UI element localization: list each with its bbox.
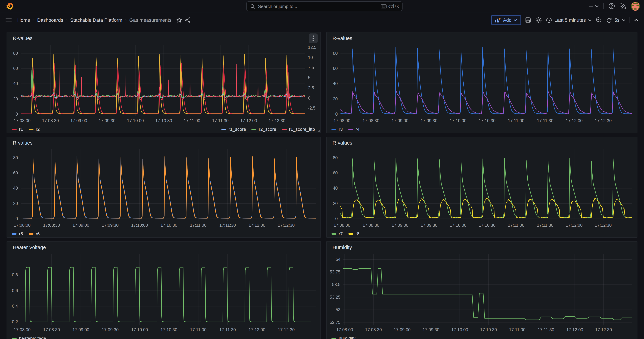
- x-axis-tick-label: 17:11:30: [538, 327, 554, 332]
- clock-icon: [546, 17, 552, 23]
- x-axis-tick-label: 17:08:00: [334, 118, 350, 123]
- legend-swatch: [12, 338, 16, 339]
- chart-r-values-3[interactable]: 02040608017:08:0017:08:3017:09:0017:09:3…: [7, 149, 320, 229]
- y-axis-tick-label: 53.75: [330, 270, 340, 274]
- legend-item-r1_score_lttb[interactable]: r1_score_lttb: [282, 127, 315, 132]
- legend-item-r6[interactable]: r6: [28, 231, 40, 236]
- y-axis-tick-label: 20: [333, 201, 338, 206]
- legend-swatch: [332, 128, 336, 130]
- x-axis-tick-label: 17:12:00: [240, 118, 257, 123]
- y-axis-tick-label: 0: [16, 112, 18, 116]
- refresh-picker[interactable]: 5s: [606, 17, 625, 23]
- legend-item-r1_score[interactable]: r1_score: [221, 127, 246, 132]
- top-nav-actions: [589, 2, 640, 10]
- legend-group: r1r2: [12, 127, 40, 132]
- breadcrumb-folder[interactable]: Stackable Data Platform: [70, 17, 122, 23]
- favorite-star-icon[interactable]: [176, 17, 182, 23]
- share-icon[interactable]: [185, 17, 191, 23]
- panel-title[interactable]: Heater Voltage: [13, 245, 46, 250]
- add-button[interactable]: Add: [491, 15, 521, 25]
- grafana-logo-icon[interactable]: [4, 2, 16, 10]
- x-axis-tick-label: 17:10:30: [155, 118, 172, 123]
- user-avatar[interactable]: [631, 2, 640, 10]
- series-line-heatervoltage: [25, 267, 310, 322]
- breadcrumb-home[interactable]: Home: [17, 17, 30, 23]
- toolbar-divider: [630, 17, 630, 23]
- zoom-out-time-icon[interactable]: [596, 17, 602, 23]
- panel-title[interactable]: R-values: [13, 36, 32, 41]
- legend-swatch: [12, 233, 16, 234]
- legend-item-r3[interactable]: r3: [332, 127, 343, 132]
- x-axis-tick-label: 17:09:30: [421, 118, 438, 123]
- x-axis-tick-label: 17:10:30: [160, 327, 177, 332]
- panel-title[interactable]: R-values: [332, 36, 352, 41]
- chart-r-values-1[interactable]: 020406080-2.502.557.51012.517:08:0017:08…: [7, 44, 320, 124]
- legend-swatch: [332, 233, 336, 234]
- legend-item-r4[interactable]: r4: [348, 127, 360, 132]
- y-axis-tick-label: 40: [13, 186, 18, 190]
- x-axis-tick-label: 17:10:30: [479, 118, 496, 123]
- chart-r-values-2[interactable]: 02040608017:08:0017:08:3017:09:0017:09:3…: [327, 44, 637, 124]
- legend-group: humidity: [332, 336, 356, 339]
- panel-resize-handle[interactable]: [317, 130, 320, 132]
- mega-menu-toggle[interactable]: [6, 18, 12, 22]
- panel-legend: r5r6: [7, 230, 320, 238]
- legend-label: r5: [19, 231, 23, 236]
- x-axis-tick-label: 17:10:00: [451, 327, 468, 332]
- legend-label: r1: [19, 127, 23, 132]
- legend-label: r2: [36, 127, 40, 132]
- x-axis-tick-label: 17:08:30: [362, 118, 379, 123]
- x-axis-tick-label: 17:09:30: [99, 118, 116, 123]
- nav-divider: [603, 3, 604, 9]
- y-axis-tick-label: 60: [13, 66, 18, 71]
- save-dashboard-icon[interactable]: [525, 17, 531, 23]
- x-axis-tick-label: 17:12:30: [595, 118, 612, 123]
- legend-item-r7[interactable]: r7: [332, 231, 343, 236]
- legend-group: r1_scorer2_scorer1_score_lttb: [221, 127, 315, 132]
- legend-item-r2_score[interactable]: r2_score: [252, 127, 276, 132]
- breadcrumb: Home › Dashboards › Stackable Data Platf…: [17, 17, 172, 23]
- legend-item-heatervoltage[interactable]: heatervoltage: [12, 336, 46, 339]
- x-axis-tick-label: 17:09:00: [72, 327, 89, 332]
- legend-item-r5[interactable]: r5: [12, 231, 23, 236]
- breadcrumb-dashboards[interactable]: Dashboards: [37, 17, 63, 23]
- panel-title[interactable]: Humidity: [332, 245, 352, 250]
- collapse-toolbar-icon[interactable]: [634, 18, 638, 22]
- panel-title[interactable]: R-values: [332, 140, 352, 146]
- panel-header: R-values: [7, 32, 320, 44]
- chart-r-values-4[interactable]: 02040608017:08:0017:08:3017:09:0017:09:3…: [327, 149, 637, 229]
- series-line-r4: [339, 91, 634, 114]
- help-icon[interactable]: [608, 3, 615, 9]
- panel-title[interactable]: R-values: [13, 140, 32, 146]
- legend-item-r2[interactable]: r2: [28, 127, 40, 132]
- search-input[interactable]: Search or jump to... ctrl+k: [246, 2, 402, 11]
- news-rss-icon[interactable]: [620, 3, 626, 9]
- x-axis-tick-label: 17:08:30: [365, 327, 382, 332]
- y-axis-tick-label: 40: [333, 81, 338, 86]
- x-axis-tick-label: 17:08:00: [14, 327, 30, 332]
- legend-group: r5r6: [12, 231, 40, 236]
- new-button[interactable]: [589, 3, 598, 9]
- chart-heater-voltage[interactable]: 0.20.40.60.817:08:0017:08:3017:09:0017:0…: [7, 253, 320, 334]
- legend-item-humidity[interactable]: humidity: [332, 336, 356, 339]
- legend-group: heatervoltage: [12, 336, 46, 339]
- x-axis-tick-label: 17:08:00: [336, 327, 353, 332]
- panel-menu-kebab-icon[interactable]: [309, 34, 318, 43]
- legend-label: r1_score: [228, 127, 246, 132]
- x-axis-tick-label: 17:11:00: [509, 327, 525, 332]
- chart-humidity[interactable]: 52.755353.2553.553.755417:08:0017:08:301…: [327, 253, 637, 334]
- x-axis-tick-label: 17:08:30: [43, 327, 60, 332]
- series-line-humidity: [343, 268, 632, 320]
- x-axis-tick-label: 17:10:30: [160, 223, 177, 228]
- legend-label: r7: [339, 231, 343, 236]
- series-line-r1_score_lttb: [19, 64, 306, 100]
- panel-header: Humidity: [327, 242, 637, 253]
- dashboard-settings-icon[interactable]: [535, 17, 542, 23]
- top-nav-bar: Search or jump to... ctrl+k: [0, 0, 644, 12]
- legend-item-r1[interactable]: r1: [12, 127, 23, 132]
- y-axis-tick-label: 0.6: [12, 288, 18, 293]
- legend-item-r8[interactable]: r8: [348, 231, 360, 236]
- legend-label: humidity: [339, 336, 356, 339]
- time-range-picker[interactable]: Last 5 minutes: [546, 17, 592, 23]
- legend-label: r4: [356, 127, 360, 132]
